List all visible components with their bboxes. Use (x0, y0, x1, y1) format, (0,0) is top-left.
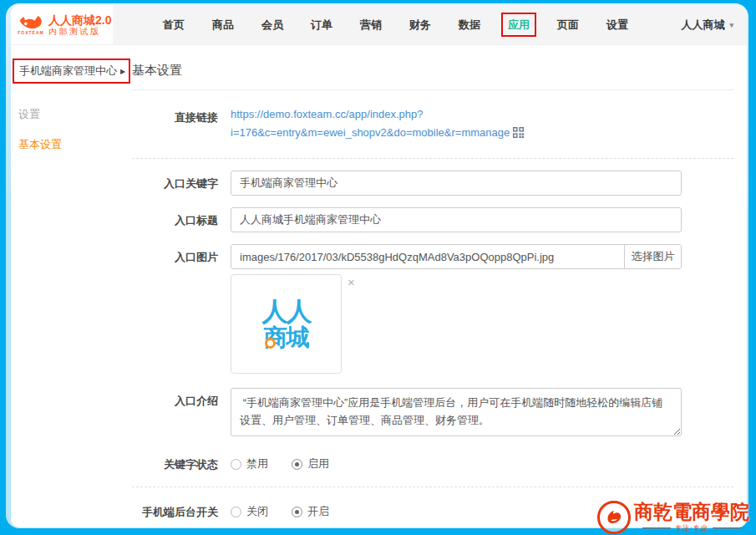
triangle-right-icon: ▶ (120, 68, 125, 75)
nav-item-home[interactable]: 首页 (163, 18, 185, 33)
watermark-line (713, 527, 741, 528)
nav-item-orders[interactable]: 订单 (311, 18, 332, 33)
nav-item-marketing[interactable]: 营销 (360, 18, 382, 33)
brand-title: 人人商城2.0 (48, 13, 111, 27)
entry-image-row: 入口图片 选择图片 人人 商城 × (132, 244, 733, 374)
sidebar-item-settings[interactable]: 设置 (18, 107, 132, 122)
section-divider (132, 158, 733, 159)
direct-link-line1: https://demo.foxteam.cc/app/index.php? (231, 108, 424, 120)
entry-image-path-input[interactable] (231, 245, 624, 268)
entry-keyword-input[interactable] (231, 171, 682, 196)
keyword-status-enable-radio[interactable]: 启用 (292, 456, 329, 471)
mobile-switch-label: 手机端后台开关 (132, 499, 218, 520)
admin-window: FOXTEAM 人人商城2.0 内部测试版 首页 商品 会员 订单 营销 财务 … (11, 5, 747, 527)
top-header: FOXTEAM 人人商城2.0 内部测试版 首页 商品 会员 订单 营销 财务 … (11, 5, 747, 45)
keyword-status-row: 关键字状态 禁用 启用 (132, 451, 733, 472)
entry-image-preview: 人人 商城 (231, 274, 342, 374)
chevron-down-icon: ▾ (729, 21, 733, 29)
entry-intro-label: 入口介绍 (132, 388, 218, 440)
sidebar-app-title[interactable]: 手机端商家管理中心 ▶ (13, 59, 130, 84)
direct-link-anchor[interactable]: https://demo.foxteam.cc/app/index.php? i… (231, 108, 510, 139)
main-nav: 首页 商品 会员 订单 营销 财务 数据 应用 页面 设置 人人商城 ▾ (113, 5, 747, 44)
keyword-status-label: 关键字状态 (132, 451, 218, 472)
nav-item-pages[interactable]: 页面 (557, 18, 579, 33)
nav-item-settings[interactable]: 设置 (606, 18, 628, 33)
foxteam-label: FOXTEAM (18, 31, 43, 35)
radio-label: 启用 (307, 456, 329, 471)
keyword-status-disable-radio[interactable]: 禁用 (231, 456, 268, 471)
radio-unchecked-icon (231, 459, 241, 470)
entry-title-label: 入口标题 (132, 207, 218, 232)
watermark-line (642, 527, 671, 528)
direct-link-line2: i=176&c=entry&m=ewei_shopv2&do=mobile&r=… (231, 126, 510, 139)
sidebar: 手机端商家管理中心 ▶ 设置 基本设置 (11, 45, 132, 527)
entry-keyword-label: 入口关键字 (132, 171, 218, 196)
sidebar-item-basic-settings[interactable]: 基本设置 (18, 137, 132, 152)
qrcode-icon[interactable] (513, 125, 524, 144)
entry-keyword-row: 入口关键字 (132, 171, 733, 196)
watermark-title: 商乾電商學院 (634, 502, 749, 522)
brand-subtitle: 内部测试版 (48, 27, 111, 37)
page-title: 基本设置 (132, 45, 733, 90)
radio-label: 禁用 (246, 456, 268, 471)
entry-intro-row: 入口介绍 “手机端商家管理中心”应用是手机端管理后台，用户可在手机端随时随地轻松… (132, 388, 733, 440)
section-divider (132, 487, 733, 487)
radio-checked-icon (292, 507, 302, 517)
nav-apps-annotation-box: 应用 (501, 13, 536, 37)
nav-item-finance[interactable]: 财务 (409, 18, 431, 33)
watermark: 商乾電商學院 专注·专业 (597, 501, 749, 534)
sidebar-app-title-label: 手机端商家管理中心 (19, 64, 117, 79)
fox-logo-icon: FOXTEAM (18, 15, 44, 35)
nav-item-goods[interactable]: 商品 (212, 18, 234, 33)
radio-label: 关闭 (246, 504, 268, 519)
main-content: 基本设置 直接链接 https://demo.foxteam.cc/app/in… (132, 45, 747, 527)
preview-logo-ring-icon (265, 338, 276, 349)
brand-logo[interactable]: FOXTEAM 人人商城2.0 内部测试版 (11, 5, 113, 44)
remove-image-icon[interactable]: × (348, 276, 355, 288)
entry-title-row: 入口标题 (132, 207, 733, 232)
entry-title-input[interactable] (231, 207, 682, 232)
nav-item-apps[interactable]: 应用 (508, 18, 530, 31)
direct-link-url: https://demo.foxteam.cc/app/index.php? i… (231, 104, 733, 144)
watermark-subtitle: 专注·专业 (675, 523, 708, 532)
watermark-seal-icon (597, 501, 631, 534)
mobile-switch-off-radio[interactable]: 关闭 (231, 504, 268, 519)
nav-item-members[interactable]: 会员 (261, 18, 283, 33)
nav-item-data[interactable]: 数据 (459, 18, 480, 33)
direct-link-row: 直接链接 https://demo.foxteam.cc/app/index.p… (132, 104, 733, 144)
radio-checked-icon (292, 459, 302, 470)
entry-intro-textarea[interactable]: “手机端商家管理中心”应用是手机端管理后台，用户可在手机端随时随地轻松的编辑店铺… (231, 388, 682, 436)
account-menu[interactable]: 人人商城 ▾ (681, 18, 733, 33)
choose-image-button[interactable]: 选择图片 (624, 245, 681, 268)
preview-logo-line1: 人人 (262, 298, 311, 324)
direct-link-label: 直接链接 (132, 104, 218, 144)
entry-image-input-group: 选择图片 (231, 244, 682, 269)
account-name: 人人商城 (681, 18, 724, 33)
mobile-switch-on-radio[interactable]: 开启 (292, 504, 329, 519)
radio-label: 开启 (307, 504, 329, 519)
entry-image-label: 入口图片 (132, 244, 218, 374)
radio-unchecked-icon (231, 507, 241, 517)
